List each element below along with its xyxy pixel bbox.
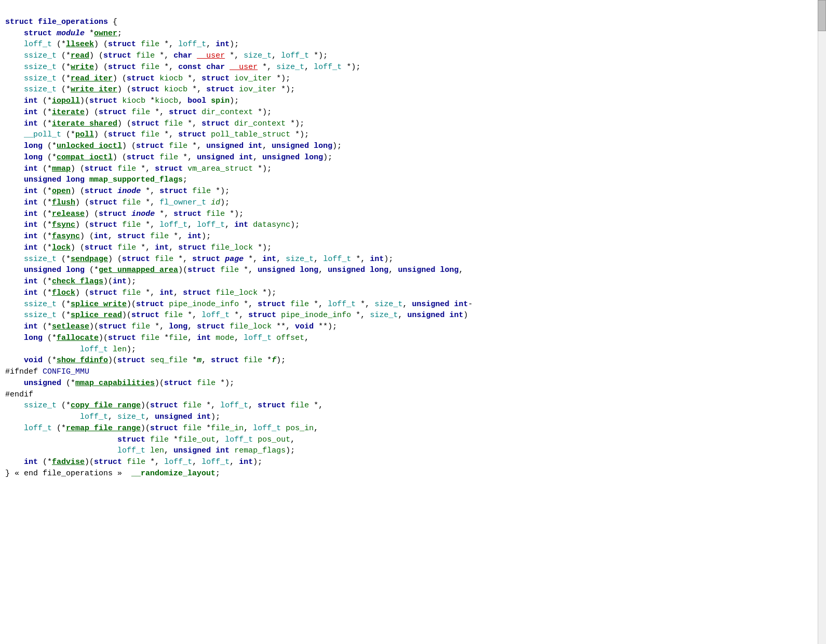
- code-container: struct file_operations { struct module *…: [0, 0, 826, 485]
- keyword-struct: struct: [5, 18, 33, 26]
- struct-name: file_operations: [38, 18, 108, 26]
- scrollbar-thumb[interactable]: [818, 0, 826, 31]
- scrollbar[interactable]: [818, 0, 826, 485]
